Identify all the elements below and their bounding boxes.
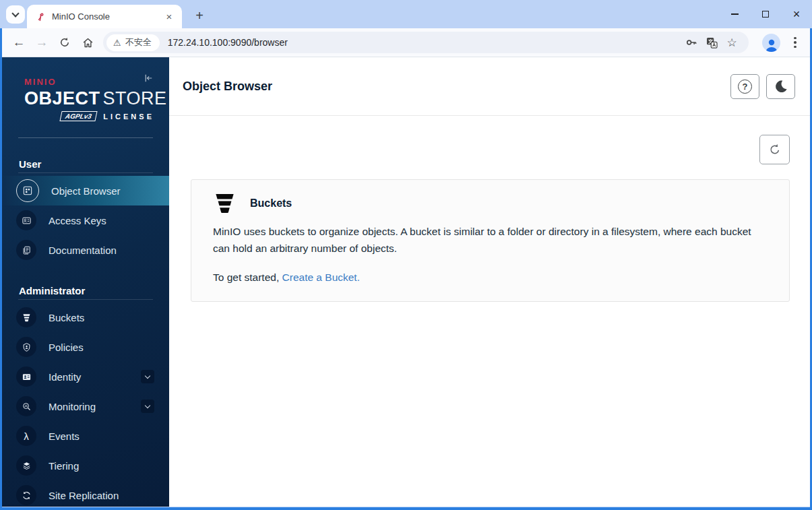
chevron-down-icon (11, 9, 19, 17)
object-browser-icon (22, 185, 33, 196)
sidebar-item-label: Documentation (49, 245, 117, 256)
tab-search-button[interactable] (6, 5, 25, 24)
expand-monitoring-button[interactable] (141, 400, 154, 413)
logo-block: MINIO OBJECTSTORE AGPLv3 LICENSE (2, 57, 169, 121)
person-icon (763, 37, 780, 52)
warning-icon: ⚠ (113, 38, 121, 48)
browser-window: MinIO Console × + × ← → (0, 0, 812, 510)
buckets-info-card: Buckets MinIO uses buckets to organize o… (191, 179, 790, 302)
buckets-icon (22, 313, 32, 323)
dark-mode-button[interactable] (766, 74, 795, 99)
sidebar: MINIO OBJECTSTORE AGPLv3 LICENSE (2, 57, 169, 507)
identity-icon (22, 372, 32, 382)
reload-button[interactable] (53, 31, 76, 54)
menu-dot (794, 41, 797, 44)
home-button[interactable] (76, 31, 99, 54)
password-manager-button[interactable] (681, 32, 701, 53)
card-description: MinIO uses buckets to organize objects. … (213, 223, 759, 257)
security-chip[interactable]: ⚠ 不安全 (106, 34, 160, 51)
minimize-icon (731, 13, 739, 15)
sidebar-item-label: Buckets (49, 312, 84, 323)
sidebar-item-access-keys[interactable]: Access Keys (2, 205, 169, 235)
documentation-icon (22, 245, 32, 255)
divider (18, 299, 153, 300)
section-label-user: User (19, 158, 153, 170)
chevron-down-icon (145, 403, 150, 408)
page-header: Object Browser ? (169, 57, 810, 116)
window-frame: ← → ⚠ 不安全 172.24.10.100:9090/brow (0, 28, 812, 510)
sidebar-item-label: Identity (49, 371, 81, 383)
window-controls: × (719, 0, 812, 28)
translate-button[interactable] (701, 32, 722, 53)
bookmark-button[interactable]: ☆ (722, 32, 742, 53)
bucket-icon (213, 191, 237, 215)
sidebar-item-label: Monitoring (49, 401, 96, 412)
tab-title: MinIO Console (52, 11, 163, 22)
sidebar-item-buckets[interactable]: Buckets (2, 302, 169, 332)
browser-menu-button[interactable] (787, 32, 803, 53)
collapse-arrow-icon (142, 72, 154, 84)
minio-favicon-icon (35, 11, 46, 22)
sidebar-item-label: Site Replication (49, 490, 119, 501)
help-button[interactable]: ? (730, 74, 759, 99)
divider (18, 172, 153, 173)
collapse-sidebar-button[interactable] (142, 72, 154, 87)
minio-console: MINIO OBJECTSTORE AGPLv3 LICENSE (2, 57, 810, 507)
moon-icon (774, 79, 788, 94)
sidebar-item-label: Events (49, 431, 80, 442)
object-store-wordmark: OBJECTSTORE (24, 88, 154, 109)
home-icon (82, 36, 94, 49)
monitoring-icon (22, 402, 32, 412)
sidebar-item-tiering[interactable]: Tiering (2, 451, 169, 480)
card-title: Buckets (250, 197, 292, 210)
tiering-icon (22, 461, 32, 471)
sidebar-item-documentation[interactable]: Documentation (2, 235, 169, 265)
policies-icon (22, 342, 32, 352)
reload-icon (59, 36, 71, 49)
page-title: Object Browser (183, 79, 724, 94)
security-label: 不安全 (125, 36, 152, 49)
divider (18, 137, 153, 138)
browser-tab[interactable]: MinIO Console × (27, 5, 182, 28)
sidebar-item-site-replication[interactable]: Site Replication (2, 480, 169, 507)
sidebar-item-events[interactable]: λ Events (2, 421, 169, 451)
sidebar-item-identity[interactable]: Identity (2, 362, 169, 391)
agpl-badge: AGPLv3 (60, 111, 98, 121)
sidebar-item-policies[interactable]: Policies (2, 332, 169, 362)
translate-icon (706, 36, 718, 49)
minio-brand-logo: MINIO (24, 77, 57, 87)
sidebar-item-label: Tiering (49, 460, 79, 472)
content-body: Buckets MinIO uses buckets to organize o… (169, 116, 810, 507)
profile-avatar[interactable] (762, 34, 780, 52)
sidebar-item-object-browser[interactable]: Object Browser (2, 176, 169, 205)
refresh-icon (768, 143, 782, 156)
site-replication-icon (22, 490, 32, 501)
forward-button[interactable]: → (30, 31, 53, 54)
create-bucket-link[interactable]: Create a Bucket. (282, 272, 360, 283)
card-cta: To get started, Create a Bucket. (213, 272, 768, 284)
maximize-icon (762, 11, 769, 18)
menu-dot (794, 37, 797, 40)
chevron-down-icon (145, 373, 150, 379)
section-label-administrator: Administrator (19, 285, 153, 296)
address-bar[interactable]: ⚠ 不安全 172.24.10.100:9090/browser (103, 32, 749, 53)
tab-close-icon[interactable]: × (163, 11, 175, 23)
expand-identity-button[interactable] (141, 370, 154, 383)
maximize-button[interactable] (750, 0, 781, 28)
sidebar-item-label: Access Keys (49, 215, 106, 226)
back-button[interactable]: ← (7, 31, 30, 54)
license-label: LICENSE (103, 113, 154, 121)
license-row: AGPLv3 LICENSE (24, 111, 154, 121)
minimize-button[interactable] (719, 0, 750, 28)
new-tab-button[interactable]: + (190, 6, 209, 25)
browser-toolbar: ← → ⚠ 不安全 172.24.10.100:9090/brow (2, 28, 810, 57)
access-keys-icon (22, 216, 32, 226)
sidebar-item-label: Policies (49, 342, 84, 353)
refresh-button[interactable] (759, 135, 790, 164)
help-icon: ? (738, 79, 752, 94)
url-text[interactable]: 172.24.10.100:9090/browser (168, 37, 681, 48)
key-icon (685, 36, 698, 49)
close-window-button[interactable]: × (781, 0, 812, 28)
sidebar-item-monitoring[interactable]: Monitoring (2, 391, 169, 421)
menu-dot (794, 46, 797, 49)
